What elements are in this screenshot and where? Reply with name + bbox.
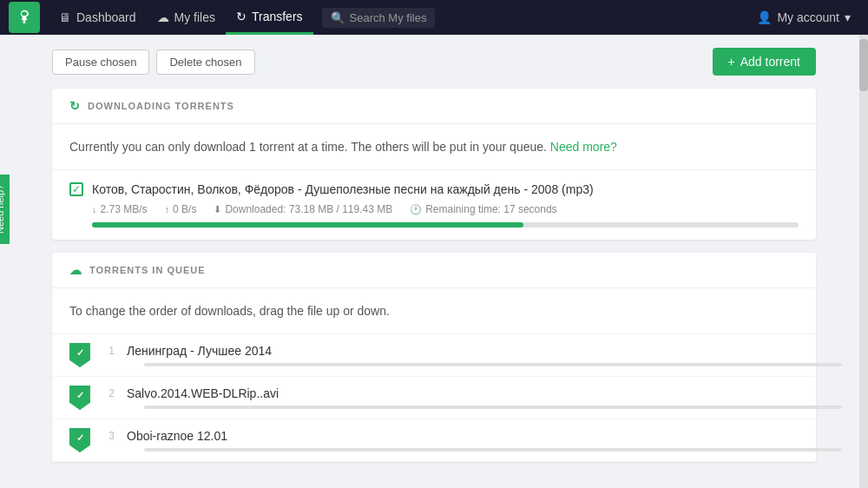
main-content: Pause chosen Delete chosen + Add torrent… — [0, 35, 868, 488]
add-torrent-label: Add torrent — [740, 55, 800, 69]
torrent-name: Котов, Старостин, Волков, Фёдоров - Душе… — [92, 182, 594, 196]
spin-icon: ↻ — [69, 99, 81, 113]
downloading-section: ↻ DOWNLOADING TORRENTS Currently you can… — [52, 89, 816, 240]
need-more-label: Need more? — [550, 140, 617, 154]
delete-chosen-button[interactable]: Delete chosen — [156, 49, 254, 75]
clock-icon: 🕐 — [410, 204, 422, 215]
torrent-stats: ↓ 2.73 MB/s ↑ 0 B/s ⬇ Downloaded: 73.18 … — [92, 203, 799, 215]
queue-progress-2 — [144, 406, 842, 409]
queue-progress-3 — [144, 448, 842, 452]
queue-section: ☁ TORRENTS IN QUEUE To change the order … — [52, 253, 816, 462]
upload-speed: ↑ 0 B/s — [165, 203, 197, 215]
queue-header: ☁ TORRENTS IN QUEUE — [52, 253, 816, 288]
remaining-time: 🕐 Remaining time: 17 seconds — [410, 203, 556, 215]
queue-badge-2: ✓ — [69, 386, 90, 410]
down-speed-value: 2.73 MB/s — [101, 203, 148, 215]
add-torrent-button[interactable]: + Add torrent — [713, 48, 816, 76]
chevron-down-icon: ▾ — [845, 10, 851, 24]
cloud-nav-icon: ☁ — [157, 10, 169, 24]
queue-title: TORRENTS IN QUEUE — [89, 265, 206, 275]
downloading-title: DOWNLOADING TORRENTS — [88, 101, 234, 111]
queue-num-1: 1 — [101, 345, 115, 357]
downloaded-value: Downloaded: 73.18 MB / 119.43 MB — [225, 203, 392, 215]
nav-myfiles-label: My files — [174, 10, 215, 24]
up-arrow-icon: ↑ — [165, 204, 170, 214]
queue-cloud-icon: ☁ — [69, 263, 82, 277]
app-logo[interactable] — [9, 2, 40, 33]
account-label: My account — [777, 10, 839, 24]
torrent-header: ✓ Котов, Старостин, Волков, Фёдоров - Ду… — [69, 182, 799, 196]
search-placeholder: Search My files — [350, 11, 427, 24]
queue-name-3: Oboi-raznoe 12.01 — [127, 429, 799, 443]
download-speed: ↓ 2.73 MB/s — [92, 203, 148, 215]
notice-text: Currently you can only download 1 torren… — [69, 140, 547, 154]
queue-num-3: 3 — [101, 430, 115, 442]
queue-instruction-text: To change the order of downloads, drag t… — [69, 304, 390, 318]
svg-text:✓: ✓ — [76, 432, 84, 443]
svg-text:✓: ✓ — [76, 347, 84, 358]
pause-chosen-label: Pause chosen — [65, 56, 136, 69]
downloaded-amount: ⬇ Downloaded: 73.18 MB / 119.43 MB — [214, 203, 392, 215]
search-icon: 🔍 — [331, 11, 345, 24]
scrollbar-thumb[interactable] — [859, 39, 868, 91]
account-icon: 👤 — [757, 10, 772, 24]
queue-item[interactable]: ✓ 2 Salvo.2014.WEB-DLRip..avi — [52, 377, 816, 419]
nav-transfers-label: Transfers — [252, 10, 303, 23]
nav-myfiles[interactable]: ☁ My files — [147, 0, 226, 35]
need-more-link[interactable]: Need more? — [550, 140, 617, 154]
add-icon: + — [728, 55, 735, 69]
queue-item[interactable]: ✓ 3 Oboi-raznoe 12.01 — [52, 419, 816, 462]
up-speed-value: 0 B/s — [173, 203, 196, 215]
queue-item[interactable]: ✓ 1 Ленинград - Лучшее 2014 — [52, 334, 816, 377]
queue-name-2: Salvo.2014.WEB-DLRip..avi — [127, 386, 799, 400]
pause-chosen-button[interactable]: Pause chosen — [52, 49, 149, 75]
queue-item-inner-1: 1 Ленинград - Лучшее 2014 — [101, 344, 799, 366]
toolbar-left: Pause chosen Delete chosen — [52, 49, 255, 75]
queue-instruction: To change the order of downloads, drag t… — [52, 288, 816, 334]
need-help-label: Need help? — [0, 185, 5, 234]
queue-name-1: Ленинград - Лучшее 2014 — [127, 344, 799, 358]
dashboard-icon: 🖥 — [59, 10, 71, 24]
navbar: 🖥 Dashboard ☁ My files ↻ Transfers 🔍 Sea… — [0, 0, 868, 35]
queue-item-inner-3: 3 Oboi-raznoe 12.01 — [101, 429, 799, 452]
toolbar: Pause chosen Delete chosen + Add torrent — [52, 48, 816, 76]
remaining-value: Remaining time: 17 seconds — [425, 203, 556, 215]
search-box[interactable]: 🔍 Search My files — [322, 8, 436, 28]
nav-dashboard[interactable]: 🖥 Dashboard — [49, 0, 147, 35]
down-arrow-icon: ↓ — [92, 204, 97, 214]
queue-notice: Currently you can only download 1 torren… — [52, 124, 816, 170]
scrollbar[interactable] — [859, 35, 868, 488]
transfers-icon: ↻ — [236, 10, 247, 23]
download-icon: ⬇ — [214, 204, 221, 215]
queue-progress-1 — [144, 363, 842, 366]
active-torrent: ✓ Котов, Старостин, Волков, Фёдоров - Ду… — [52, 170, 816, 240]
account-menu[interactable]: 👤 My account ▾ — [748, 10, 859, 24]
queue-badge-3: ✓ — [69, 428, 90, 452]
delete-chosen-label: Delete chosen — [169, 56, 241, 69]
torrent-progress-container — [92, 222, 799, 228]
downloading-header: ↻ DOWNLOADING TORRENTS — [52, 89, 816, 124]
queue-num-2: 2 — [101, 387, 115, 399]
need-help-button[interactable]: Need help? — [0, 175, 10, 244]
svg-text:✓: ✓ — [76, 390, 84, 400]
queue-badge-1: ✓ — [69, 343, 90, 367]
torrent-progress-bar — [92, 222, 523, 228]
queue-item-inner-2: 2 Salvo.2014.WEB-DLRip..avi — [101, 386, 799, 409]
torrent-checkbox[interactable]: ✓ — [69, 182, 83, 196]
nav-dashboard-label: Dashboard — [76, 10, 136, 24]
nav-transfers[interactable]: ↻ Transfers — [226, 0, 313, 35]
